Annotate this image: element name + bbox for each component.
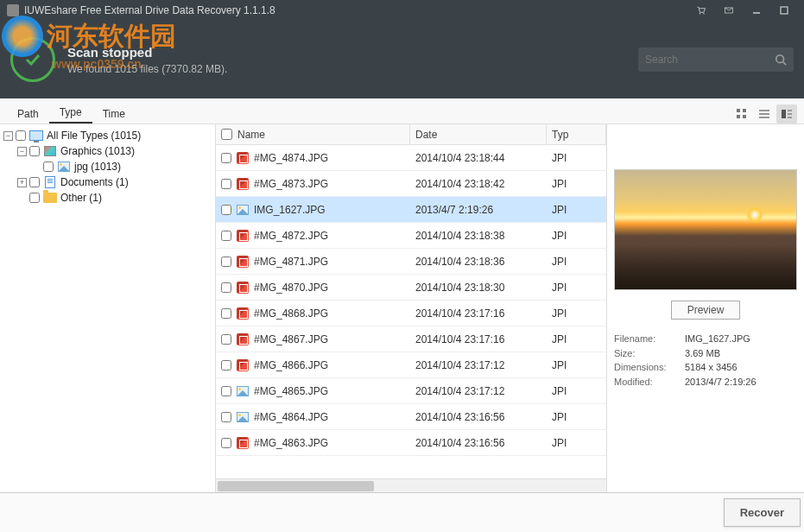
- cart-icon[interactable]: [688, 2, 714, 19]
- column-name[interactable]: Name: [216, 124, 410, 144]
- recover-button[interactable]: Recover: [724, 498, 801, 527]
- file-row[interactable]: #MG_4870.JPG2014/10/4 23:18:30JPI: [216, 275, 606, 301]
- svg-rect-9: [737, 115, 740, 118]
- tree-checkbox[interactable]: [29, 146, 40, 156]
- search-input[interactable]: [645, 54, 775, 66]
- file-date: 2014/10/4 23:16:56: [410, 437, 547, 449]
- expander-icon[interactable]: +: [17, 178, 27, 187]
- app-icon: [7, 4, 19, 16]
- tree-root[interactable]: − All File Types (1015): [3, 128, 212, 143]
- tree-checkbox[interactable]: [29, 193, 40, 203]
- preview-panel: Preview Filename:IMG_1627.JPG Size:3.69 …: [607, 124, 804, 492]
- app-title: IUWEshare Free External Drive Data Recov…: [24, 4, 275, 16]
- file-list-body[interactable]: #MG_4874.JPG2014/10/4 23:18:44JPI#MG_487…: [216, 145, 606, 478]
- expander-icon[interactable]: −: [17, 147, 27, 156]
- svg-point-5: [776, 55, 784, 63]
- tree-label: Other (1): [60, 192, 102, 204]
- file-list: Name Date Typ #MG_4874.JPG2014/10/4 23:1…: [216, 124, 607, 492]
- broken-image-icon: [236, 177, 250, 191]
- tree-checkbox[interactable]: [29, 177, 40, 187]
- broken-image-icon: [236, 436, 250, 450]
- svg-rect-7: [737, 109, 740, 112]
- file-date: 2014/10/4 23:17:12: [410, 359, 547, 371]
- tabs-bar: Path Type Time: [0, 98, 804, 124]
- file-date: 2014/10/4 23:16:56: [410, 411, 547, 423]
- monitor-icon: [29, 130, 43, 142]
- file-name: #MG_4863.JPG: [254, 437, 328, 449]
- header: Scan stopped We found 1015 files (7370.8…: [0, 21, 804, 98]
- file-checkbox[interactable]: [221, 205, 231, 215]
- file-row[interactable]: IMG_1627.JPG2013/4/7 2:19:26JPI: [216, 197, 606, 223]
- file-type: JPI: [547, 307, 606, 320]
- document-icon: [43, 176, 57, 188]
- svg-rect-8: [743, 109, 746, 112]
- svg-rect-4: [781, 7, 788, 14]
- file-row[interactable]: #MG_4873.JPG2014/10/4 23:18:42JPI: [216, 171, 606, 197]
- file-row[interactable]: #MG_4867.JPG2014/10/4 23:17:16JPI: [216, 326, 606, 352]
- file-checkbox[interactable]: [221, 256, 231, 267]
- column-date[interactable]: Date: [410, 124, 547, 144]
- file-row[interactable]: #MG_4866.JPG2014/10/4 23:17:12JPI: [216, 352, 606, 378]
- file-date: 2014/10/4 23:18:30: [410, 282, 547, 294]
- file-checkbox[interactable]: [221, 282, 231, 293]
- file-checkbox[interactable]: [221, 412, 231, 422]
- minimize-button[interactable]: [744, 2, 769, 19]
- file-row[interactable]: #MG_4874.JPG2014/10/4 23:18:44JPI: [216, 145, 606, 171]
- maximize-button[interactable]: [771, 2, 797, 19]
- file-date: 2014/10/4 23:18:38: [410, 230, 547, 242]
- search-box[interactable]: [638, 48, 794, 72]
- broken-image-icon: [236, 307, 250, 320]
- view-grid-button[interactable]: [731, 104, 752, 124]
- image-icon: [236, 384, 250, 398]
- tree-label: Documents (1): [60, 176, 129, 188]
- tree-other[interactable]: Other (1): [3, 190, 212, 206]
- file-row[interactable]: #MG_4864.JPG2014/10/4 23:16:56JPI: [216, 404, 606, 430]
- tree-checkbox[interactable]: [43, 162, 54, 172]
- svg-point-1: [703, 13, 705, 15]
- horizontal-scrollbar[interactable]: [216, 478, 606, 492]
- file-checkbox[interactable]: [221, 231, 231, 241]
- file-checkbox[interactable]: [221, 334, 231, 345]
- tree-graphics[interactable]: − Graphics (1013): [3, 143, 212, 159]
- select-all-checkbox[interactable]: [221, 129, 232, 140]
- mail-icon[interactable]: [716, 2, 742, 19]
- file-row[interactable]: #MG_4871.JPG2014/10/4 23:18:36JPI: [216, 249, 606, 275]
- tab-path[interactable]: Path: [7, 103, 49, 124]
- expander-icon[interactable]: −: [3, 131, 13, 141]
- tree-jpg[interactable]: jpg (1013): [3, 159, 212, 174]
- file-type: JPI: [547, 256, 606, 268]
- file-checkbox[interactable]: [221, 179, 231, 189]
- file-checkbox[interactable]: [221, 386, 231, 396]
- file-name: #MG_4868.JPG: [254, 307, 328, 320]
- file-row[interactable]: #MG_4872.JPG2014/10/4 23:18:38JPI: [216, 223, 606, 249]
- tab-type[interactable]: Type: [49, 101, 92, 124]
- search-icon: [775, 54, 787, 66]
- file-list-header: Name Date Typ: [216, 124, 606, 145]
- scrollbar-thumb[interactable]: [218, 481, 374, 491]
- file-name: #MG_4874.JPG: [254, 152, 328, 164]
- file-type-tree: − All File Types (1015) − Graphics (1013…: [0, 124, 216, 492]
- file-row[interactable]: #MG_4868.JPG2014/10/4 23:17:16JPI: [216, 301, 606, 326]
- view-list-button[interactable]: [754, 104, 775, 124]
- meta-value: 3.69 MB: [685, 346, 720, 361]
- image-icon: [57, 161, 71, 173]
- tree-documents[interactable]: + Documents (1): [3, 174, 212, 190]
- file-row[interactable]: #MG_4863.JPG2014/10/4 23:16:56JPI: [216, 430, 606, 456]
- file-name: #MG_4864.JPG: [254, 411, 328, 423]
- file-checkbox[interactable]: [221, 308, 231, 319]
- view-detail-button[interactable]: [776, 104, 797, 124]
- file-checkbox[interactable]: [221, 153, 231, 163]
- file-name: #MG_4870.JPG: [254, 282, 328, 294]
- file-name: #MG_4871.JPG: [254, 256, 328, 268]
- file-row[interactable]: #MG_4865.JPG2014/10/4 23:17:12JPI: [216, 378, 606, 404]
- file-checkbox[interactable]: [221, 360, 231, 370]
- svg-rect-14: [782, 110, 786, 118]
- column-type[interactable]: Typ: [547, 124, 606, 144]
- file-checkbox[interactable]: [221, 438, 231, 448]
- meta-value: 2013/4/7 2:19:26: [685, 375, 757, 390]
- bottom-bar: Recover: [0, 492, 804, 532]
- tree-checkbox[interactable]: [16, 130, 26, 141]
- file-type: JPI: [547, 411, 606, 423]
- preview-button[interactable]: Preview: [671, 301, 741, 320]
- tab-time[interactable]: Time: [92, 103, 136, 124]
